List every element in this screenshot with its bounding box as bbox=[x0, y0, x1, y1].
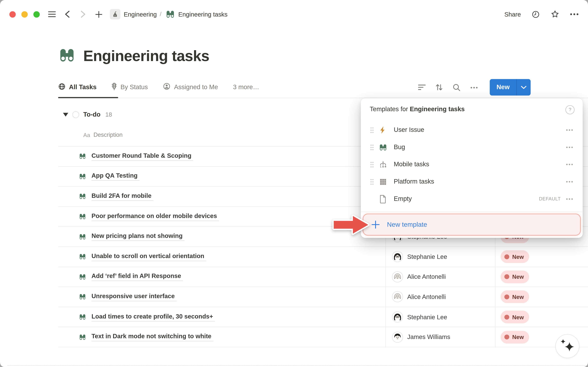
status-dot-icon bbox=[504, 254, 509, 259]
popup-divider bbox=[361, 212, 583, 212]
status-badge[interactable]: New bbox=[501, 331, 529, 343]
workspace-building-icon[interactable] bbox=[110, 9, 120, 20]
close-window-button[interactable] bbox=[9, 11, 16, 17]
more-options-icon[interactable] bbox=[570, 13, 579, 16]
table-row[interactable]: Unresponsive user interface Alice Antone… bbox=[58, 287, 588, 307]
task-title[interactable]: New pricing plans not showing bbox=[92, 232, 185, 241]
search-icon[interactable] bbox=[453, 83, 460, 91]
column-header-description[interactable]: Aa Description bbox=[83, 129, 123, 141]
assignee-cell[interactable]: Stephanie Lee bbox=[386, 247, 495, 267]
assignee-cell[interactable]: Alice Antonelli bbox=[386, 267, 495, 287]
drag-handle-icon[interactable] bbox=[370, 144, 375, 150]
table-row[interactable]: Load times to create profile, 30 seconds… bbox=[58, 307, 588, 327]
status-label: New bbox=[512, 253, 524, 260]
binoculars-icon bbox=[79, 313, 86, 321]
drag-handle-icon[interactable] bbox=[370, 161, 375, 168]
page-icon bbox=[378, 195, 388, 203]
task-title[interactable]: App QA Testing bbox=[92, 172, 139, 181]
collapse-triangle-icon[interactable] bbox=[63, 113, 68, 117]
assignee-cell[interactable]: Stephanie Lee bbox=[386, 307, 495, 327]
view-more-options-icon[interactable]: ••• bbox=[470, 84, 478, 91]
template-item-user-issue[interactable]: User Issue ••• bbox=[361, 121, 583, 139]
breadcrumb-workspace[interactable]: Engineering bbox=[124, 11, 157, 18]
tabs-more-button[interactable]: 3 more… bbox=[233, 83, 259, 91]
page-binoculars-icon[interactable] bbox=[58, 47, 76, 66]
task-title[interactable]: Poor performance on older mobile devices bbox=[92, 212, 219, 221]
template-menu-icon[interactable]: ••• bbox=[566, 179, 574, 185]
avatar bbox=[392, 291, 403, 302]
ai-assistant-button[interactable] bbox=[555, 334, 579, 358]
zoom-window-button[interactable] bbox=[33, 11, 40, 17]
status-badge[interactable]: New bbox=[501, 310, 529, 323]
template-menu-icon[interactable]: ••• bbox=[566, 127, 574, 133]
status-cell[interactable]: New bbox=[495, 247, 588, 267]
views-toolbar-row: All Tasks By Status Assigned to Me 3 mor… bbox=[58, 77, 531, 98]
status-cell[interactable]: New bbox=[495, 307, 588, 327]
table-row[interactable]: Unable to scroll on vertical orientation… bbox=[58, 247, 588, 267]
page-title[interactable]: Engineering tasks bbox=[83, 48, 209, 64]
mobile-icon bbox=[378, 160, 388, 169]
assignee-name[interactable]: James Williams bbox=[407, 334, 450, 341]
task-title[interactable]: Unresponsive user interface bbox=[92, 293, 177, 301]
task-title[interactable]: Customer Round Table & Scoping bbox=[92, 152, 193, 161]
assignee-name[interactable]: Stephanie Lee bbox=[407, 313, 447, 321]
bottom-edge-divider bbox=[8, 365, 588, 366]
assignee-cell[interactable]: Alice Antonelli bbox=[386, 287, 495, 307]
annotation-arrow-icon bbox=[331, 214, 371, 238]
assignee-name[interactable]: Alice Antonelli bbox=[407, 293, 446, 300]
status-cell[interactable]: New bbox=[495, 287, 588, 307]
group-count: 18 bbox=[105, 111, 112, 118]
minimize-window-button[interactable] bbox=[21, 11, 28, 17]
assignee-name[interactable]: Alice Antonelli bbox=[407, 273, 446, 280]
page-title-row: Engineering tasks bbox=[58, 47, 209, 66]
status-badge[interactable]: New bbox=[501, 270, 529, 283]
status-label: New bbox=[512, 334, 524, 340]
breadcrumb-page[interactable]: Engineering tasks bbox=[178, 11, 228, 18]
tab-assigned-to-me[interactable]: Assigned to Me bbox=[163, 83, 218, 92]
share-button[interactable]: Share bbox=[504, 11, 521, 18]
task-title[interactable]: Unable to scroll on vertical orientation bbox=[92, 252, 206, 261]
new-button[interactable]: New bbox=[490, 79, 516, 96]
binoculars-icon bbox=[79, 273, 86, 281]
template-item-bug[interactable]: Bug ••• bbox=[361, 139, 583, 156]
task-title[interactable]: Build 2FA for mobile bbox=[92, 192, 153, 201]
new-button-dropdown[interactable] bbox=[516, 79, 531, 96]
new-button-group: New bbox=[490, 79, 531, 96]
grid-icon bbox=[378, 178, 388, 186]
task-title[interactable]: Add ‘ref’ field in API Response bbox=[92, 272, 183, 281]
template-menu-icon[interactable]: ••• bbox=[566, 196, 574, 202]
hamburger-menu-icon[interactable] bbox=[48, 11, 56, 17]
new-page-plus-icon[interactable] bbox=[95, 11, 102, 18]
drag-handle-icon[interactable] bbox=[370, 127, 375, 133]
tab-by-status[interactable]: By Status bbox=[111, 83, 148, 92]
template-menu-icon[interactable]: ••• bbox=[566, 162, 574, 167]
back-icon[interactable] bbox=[65, 10, 70, 18]
status-badge[interactable]: New bbox=[501, 291, 529, 303]
task-title[interactable]: Load times to create profile, 30 seconds… bbox=[92, 313, 215, 321]
template-item-mobile-tasks[interactable]: Mobile tasks ••• bbox=[361, 156, 583, 173]
help-icon[interactable]: ? bbox=[565, 105, 575, 114]
template-menu-icon[interactable]: ••• bbox=[566, 144, 574, 150]
new-template-button[interactable]: New template bbox=[363, 214, 581, 236]
breadcrumb-separator: / bbox=[160, 11, 162, 17]
task-title[interactable]: Text in Dark mode not switching to white bbox=[92, 333, 213, 341]
binoculars-icon bbox=[79, 233, 86, 240]
clock-icon[interactable] bbox=[531, 10, 540, 18]
table-row[interactable]: Text in Dark mode not switching to white… bbox=[58, 327, 588, 347]
filter-icon[interactable] bbox=[418, 84, 426, 90]
assignee-name[interactable]: Stephanie Lee bbox=[407, 253, 447, 260]
template-item-empty[interactable]: Empty DEFAULT ••• bbox=[361, 190, 583, 208]
status-cell[interactable]: New bbox=[495, 267, 588, 287]
forward-icon[interactable] bbox=[81, 10, 85, 18]
status-badge[interactable]: New bbox=[501, 250, 529, 263]
drag-handle-icon[interactable] bbox=[370, 179, 375, 185]
status-label: New bbox=[512, 314, 524, 320]
template-label: User Issue bbox=[394, 126, 566, 134]
assignee-cell[interactable]: James Williams bbox=[386, 327, 495, 347]
favorite-star-icon[interactable] bbox=[551, 10, 560, 19]
sort-icon[interactable] bbox=[435, 83, 443, 91]
group-name[interactable]: To-do bbox=[83, 111, 101, 118]
template-item-platform-tasks[interactable]: Platform tasks ••• bbox=[361, 173, 583, 190]
table-row[interactable]: Add ‘ref’ field in API Response Alice An… bbox=[58, 267, 588, 287]
tab-all-tasks[interactable]: All Tasks bbox=[58, 83, 97, 92]
